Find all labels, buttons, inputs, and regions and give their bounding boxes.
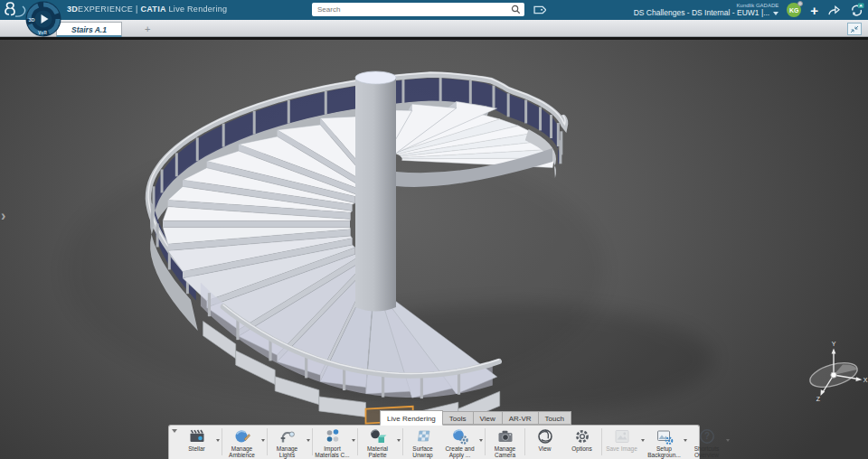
brand-separator: | bbox=[136, 5, 138, 14]
view-icon bbox=[536, 427, 554, 445]
share-icon bbox=[827, 5, 841, 16]
document-tab-strip: Stairs A.1 + bbox=[0, 20, 868, 37]
topbar-right-cluster: Kundlik GADADE DS Challenges - DS Intern… bbox=[634, 0, 864, 20]
tool-label: Manage Ambience bbox=[223, 445, 260, 459]
navigation-gizmo[interactable]: Y X Z bbox=[792, 338, 868, 403]
ribbon-tab-label: Live Rendering bbox=[387, 415, 436, 423]
ribbon-toolbar: Stellar Manage Ambience Manage Lights Im… bbox=[168, 425, 700, 459]
sync-status-button[interactable] bbox=[849, 3, 864, 17]
ribbon-tab-label: Touch bbox=[545, 415, 564, 423]
search-input[interactable] bbox=[316, 5, 511, 14]
avatar-initials: KG bbox=[789, 7, 799, 14]
svg-text:?: ? bbox=[703, 431, 709, 441]
search-box bbox=[312, 3, 524, 16]
toolbar-separator bbox=[222, 428, 222, 455]
dropdown-arrow-icon[interactable] bbox=[725, 439, 731, 442]
chevron-down-icon bbox=[773, 12, 778, 15]
compass-vr-label: V+R bbox=[38, 30, 47, 35]
ribbon-tab-tools[interactable]: Tools bbox=[443, 411, 474, 425]
dropdown-arrow-icon[interactable] bbox=[396, 439, 401, 442]
brand-product: CATIA bbox=[140, 5, 165, 14]
options-icon bbox=[573, 427, 591, 445]
camera-icon bbox=[496, 427, 514, 445]
tool-stellar-button[interactable]: Stellar bbox=[178, 427, 215, 452]
avatar[interactable]: KG bbox=[787, 3, 801, 17]
tool-lights-button[interactable]: Manage Lights bbox=[269, 427, 306, 459]
ribbon-tab-label: Tools bbox=[449, 415, 467, 423]
application-window: 3D V+R 3DEXPERIENCE | CATIA Live Renderi… bbox=[0, 0, 868, 459]
context-label: DS Challenges - DS Internal - EUW1 |... bbox=[634, 9, 770, 17]
tool-surface-unwrap-button[interactable]: Surface Unwrap bbox=[404, 427, 441, 459]
ribbon-collapse-chevron[interactable] bbox=[171, 427, 178, 435]
ribbon-tab-bar: Live Rendering Tools View AR-VR Touch bbox=[380, 410, 571, 425]
tool-label: Stellar bbox=[178, 445, 215, 452]
stellar-icon bbox=[188, 427, 206, 445]
search-icon[interactable] bbox=[511, 5, 521, 14]
sync-icon bbox=[849, 3, 864, 17]
spiral-staircase-model[interactable] bbox=[0, 40, 868, 459]
add-content-button[interactable]: + bbox=[809, 4, 819, 17]
top-bar: 3D V+R 3DEXPERIENCE | CATIA Live Renderi… bbox=[0, 0, 868, 20]
toolbar-separator bbox=[357, 428, 358, 455]
ribbon-tab-label: View bbox=[480, 415, 495, 423]
tool-help-button[interactable]: ? Shortcuts Overview bbox=[688, 427, 725, 459]
tool-label: View bbox=[526, 445, 563, 452]
tool-label: Material Palette bbox=[359, 445, 396, 459]
context-block: Kundlik GADADE DS Challenges - DS Intern… bbox=[634, 3, 779, 17]
tool-material-palette-button[interactable]: Material Palette bbox=[359, 427, 396, 459]
3d-viewport[interactable]: › Y X Z Live Rendering Tools View AR-VR … bbox=[0, 40, 868, 459]
background-icon bbox=[656, 427, 674, 445]
add-tab-button[interactable]: + bbox=[145, 23, 150, 34]
left-panel-expander[interactable]: › bbox=[1, 208, 5, 224]
lights-icon bbox=[278, 427, 297, 445]
tool-label: Options bbox=[563, 445, 600, 452]
ribbon-tab-live-rendering[interactable]: Live Rendering bbox=[380, 410, 443, 426]
ribbon-tab-view[interactable]: View bbox=[474, 411, 503, 425]
tool-label: Shortcuts Overview bbox=[688, 445, 725, 459]
tool-view-button[interactable]: View bbox=[526, 427, 563, 452]
ribbon-tab-ar-vr[interactable]: AR-VR bbox=[503, 411, 539, 425]
brand-experience: EXPERIENCE bbox=[78, 5, 133, 14]
ribbon-tab-label: AR-VR bbox=[509, 415, 532, 423]
ribbon-tab-touch[interactable]: Touch bbox=[539, 411, 571, 425]
share-button[interactable] bbox=[827, 5, 841, 16]
tag-icon[interactable] bbox=[532, 3, 546, 17]
help-icon: ? bbox=[698, 427, 716, 445]
gizmo-x-label: X bbox=[863, 377, 868, 383]
tool-options-button[interactable]: Options bbox=[563, 427, 600, 452]
toolbar-separator bbox=[524, 428, 525, 455]
create-apply-icon bbox=[451, 427, 469, 445]
tool-create-apply-button[interactable]: Create and Apply ... bbox=[441, 427, 478, 459]
dropdown-arrow-icon[interactable] bbox=[306, 439, 311, 442]
expand-arrows-icon bbox=[850, 25, 859, 33]
dropdown-arrow-icon[interactable] bbox=[351, 439, 356, 442]
brand-3d: 3D bbox=[67, 5, 78, 14]
tool-label: Create and Apply ... bbox=[441, 445, 478, 459]
tool-import-materials-button[interactable]: Import Materials C... bbox=[314, 427, 351, 459]
tool-row: Stellar Manage Ambience Manage Lights Im… bbox=[178, 427, 699, 459]
toolbar-separator bbox=[601, 428, 602, 455]
dassault-logo bbox=[4, 1, 27, 19]
tool-label: Setup Backgroun... bbox=[646, 445, 683, 459]
tool-save-image-button: Save Image bbox=[603, 427, 640, 452]
gizmo-y-label: Y bbox=[832, 341, 836, 347]
tool-background-button[interactable]: Setup Backgroun... bbox=[646, 427, 683, 459]
dropdown-arrow-icon[interactable] bbox=[260, 439, 266, 442]
save-image-icon bbox=[613, 427, 631, 445]
fullscreen-toggle-button[interactable] bbox=[847, 23, 862, 35]
document-tab-stairs[interactable]: Stairs A.1 bbox=[56, 22, 122, 37]
tool-camera-button[interactable]: Manage Camera bbox=[486, 427, 524, 459]
ambience-icon bbox=[233, 427, 251, 445]
material-palette-icon bbox=[369, 427, 387, 445]
dropdown-arrow-icon[interactable] bbox=[215, 439, 221, 442]
tool-ambience-button[interactable]: Manage Ambience bbox=[223, 427, 260, 459]
tool-label: Save Image bbox=[603, 445, 640, 452]
dropdown-arrow-icon[interactable] bbox=[478, 439, 484, 442]
toolbar-separator bbox=[402, 428, 403, 455]
tool-label: Manage Lights bbox=[269, 445, 306, 459]
tool-label: Manage Camera bbox=[486, 445, 524, 459]
viewport-divider bbox=[0, 37, 868, 40]
gizmo-z-label: Z bbox=[816, 396, 821, 402]
context-selector[interactable]: DS Challenges - DS Internal - EUW1 |... bbox=[634, 9, 779, 17]
3d-compass-button[interactable]: 3D V+R bbox=[25, 1, 61, 37]
